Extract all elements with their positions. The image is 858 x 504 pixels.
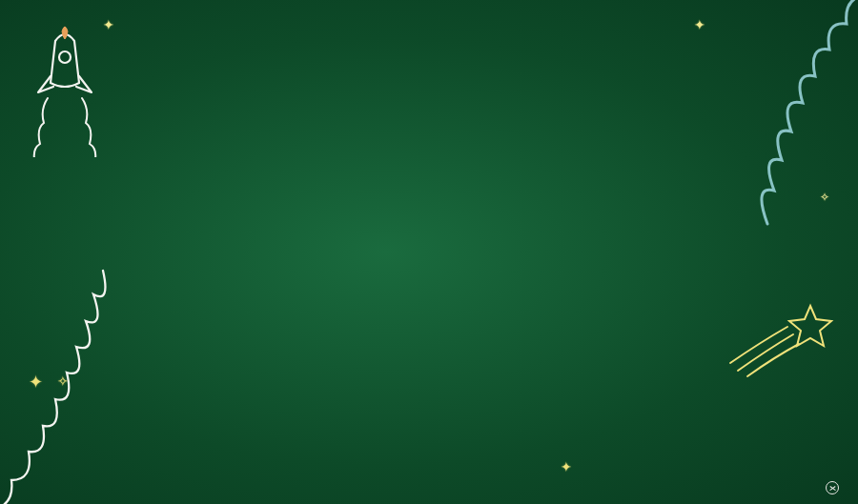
star-icon: ✦ [29,372,43,393]
svg-point-0 [59,51,71,63]
star-icon: ✧ [57,373,69,390]
shooting-star-icon [725,294,839,380]
star-icon: ✧ [820,191,829,205]
star-icon: ✦ [694,17,705,33]
attribution [820,481,845,494]
multiplication-tables [124,32,753,74]
rocket-icon [19,24,110,157]
star-icon: ✦ [561,459,572,475]
vexels-logo-icon [826,481,839,494]
star-icon: ✦ [103,17,114,33]
